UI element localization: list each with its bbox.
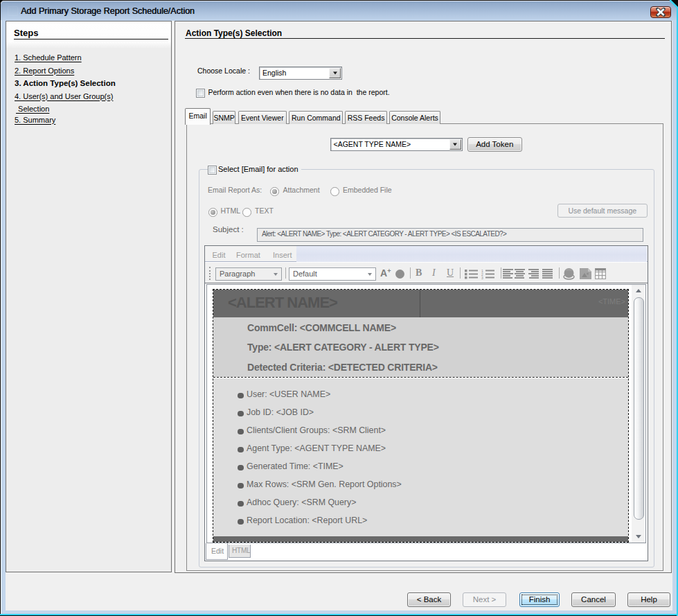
- svg-text:3: 3: [481, 276, 483, 279]
